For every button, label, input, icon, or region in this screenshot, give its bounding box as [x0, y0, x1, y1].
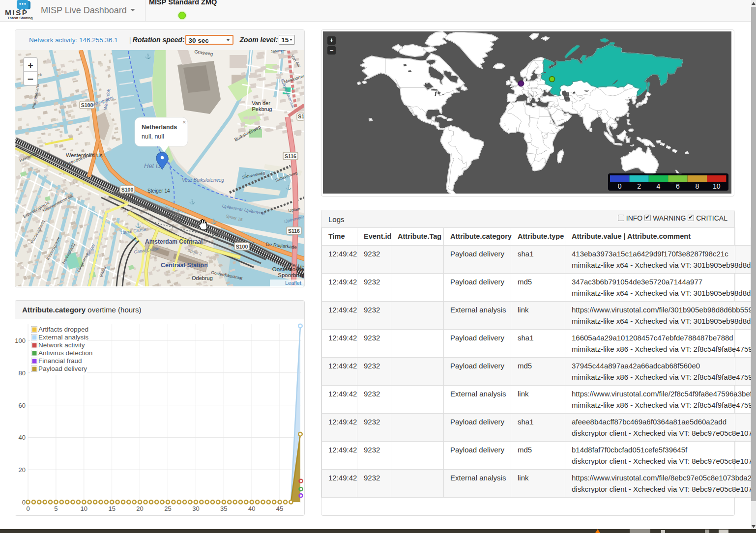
svg-text:Van der: Van der — [252, 100, 270, 106]
svg-text:0: 0 — [26, 505, 29, 512]
svg-text:Centraal Station: Centraal Station — [161, 262, 208, 269]
svg-text:Financial fraud: Financial fraud — [38, 357, 82, 365]
svg-text:Netherlands: Netherlands — [142, 124, 177, 131]
svg-text:+: + — [28, 60, 33, 70]
svg-text:⚓: ⚓ — [286, 184, 292, 191]
svg-text:Artifacts dropped: Artifacts dropped — [38, 326, 88, 333]
svg-text:⚓: ⚓ — [211, 218, 217, 224]
svg-text:30: 30 — [192, 505, 199, 512]
svg-text:35: 35 — [220, 505, 227, 512]
svg-text:0: 0 — [22, 499, 26, 506]
svg-text:40: 40 — [248, 505, 255, 512]
svg-text:0: 0 — [618, 182, 622, 190]
svg-text:20: 20 — [19, 466, 26, 474]
svg-text:20: 20 — [136, 505, 143, 512]
svg-text:Threat Sharing: Threat Sharing — [7, 16, 33, 20]
svg-text:⚓: ⚓ — [189, 198, 196, 205]
svg-text:−: − — [28, 73, 33, 84]
svg-text:10: 10 — [713, 182, 721, 190]
svg-text:Pekbrug: Pekbrug — [252, 106, 272, 112]
svg-text:80: 80 — [19, 369, 26, 377]
svg-text:S1: S1 — [298, 113, 304, 119]
svg-text:5: 5 — [54, 505, 58, 512]
svg-text:S100: S100 — [236, 244, 248, 250]
svg-text:Spoorbrug: Spoorbrug — [278, 272, 304, 278]
svg-text:Leaflet: Leaflet — [285, 280, 301, 286]
svg-text:100: 100 — [15, 337, 26, 344]
svg-text:10: 10 — [81, 505, 87, 512]
svg-text:2: 2 — [637, 182, 641, 190]
svg-text:8: 8 — [695, 182, 699, 190]
svg-text:S116: S116 — [288, 228, 300, 234]
svg-text:40: 40 — [19, 434, 26, 441]
svg-text:45: 45 — [276, 505, 283, 512]
svg-text:60: 60 — [19, 402, 26, 409]
svg-text:Payload delivery: Payload delivery — [38, 365, 87, 372]
svg-text:4: 4 — [657, 182, 661, 190]
svg-text:×: × — [182, 118, 186, 126]
svg-text:S100: S100 — [121, 187, 134, 193]
svg-text:External analysis: External analysis — [38, 334, 88, 341]
svg-text:25: 25 — [164, 505, 171, 512]
svg-text:Odebrug: Odebrug — [192, 275, 213, 281]
svg-text:Antivirus detection: Antivirus detection — [38, 349, 92, 357]
svg-text:6: 6 — [676, 182, 680, 190]
svg-text:Amsterdam Centraal: Amsterdam Centraal — [145, 238, 203, 245]
svg-text:null, null: null, null — [142, 133, 164, 140]
svg-text:⚓: ⚓ — [145, 53, 151, 59]
svg-text:15: 15 — [108, 505, 115, 512]
svg-text:S116: S116 — [285, 153, 296, 159]
svg-text:Steiger 14: Steiger 14 — [147, 188, 170, 194]
svg-text:Network activity: Network activity — [38, 341, 85, 349]
svg-text:Veer Buiksloterweg: Veer Buiksloterweg — [182, 177, 224, 183]
